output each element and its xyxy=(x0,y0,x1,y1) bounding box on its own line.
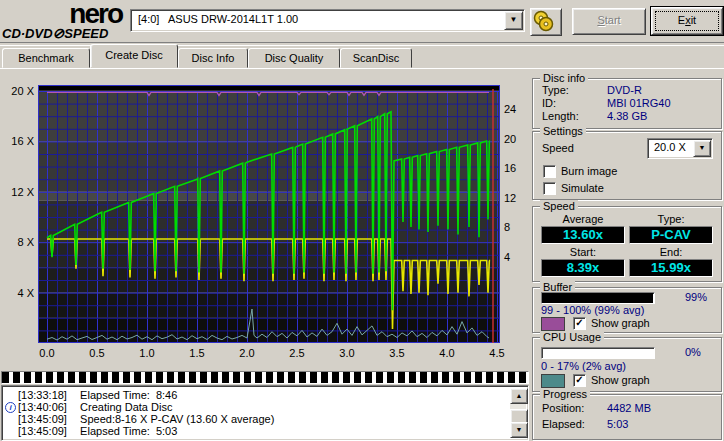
y-left-tick-20: 20 X xyxy=(2,85,34,97)
start-speed-display: 8.39x xyxy=(541,259,625,277)
logo-cddvd-text: CD·DVD xyxy=(2,26,53,41)
type-label: Type: xyxy=(629,213,713,225)
burn-image-checkbox[interactable] xyxy=(543,165,556,178)
cpu-percent: 0% xyxy=(685,346,701,358)
speed-select[interactable]: 20.0 X ▼ xyxy=(647,138,713,159)
tab-disc-info[interactable]: Disc Info xyxy=(178,48,248,68)
drive-select-value: [4:0] ASUS DRW-2014L1T 1.00 xyxy=(138,13,298,25)
simulate-checkbox[interactable] xyxy=(543,182,556,195)
buffer-level-bar xyxy=(541,292,655,304)
log-line: [13:45:09] Elapsed Time: 5:03 xyxy=(4,425,508,437)
log-message: Elapsed Time: 5:03 xyxy=(74,425,177,437)
cpu-show-graph-checkbox[interactable]: ✓ xyxy=(573,374,586,387)
cpu-level-bar xyxy=(541,347,655,359)
log-message: Creating Data Disc xyxy=(74,401,172,413)
x-tick-0.5: 0.5 xyxy=(85,347,109,359)
speed-group: Speed Average Type: 13.60x P-CAV Start: … xyxy=(532,206,722,282)
x-tick-4.0: 4.0 xyxy=(435,347,459,359)
discs-icon xyxy=(531,10,561,32)
y-left-tick-8: 8 X xyxy=(2,236,34,248)
write-speed-graph xyxy=(38,85,500,343)
status-log: [13:33:18] Elapsed Time: 8:46i[13:40:06]… xyxy=(1,385,529,441)
tab-benchmark[interactable]: Benchmark xyxy=(2,48,90,68)
nero-logo-text: nero xyxy=(2,1,128,27)
log-timestamp: [13:33:18] xyxy=(18,389,74,401)
end-speed-label: End: xyxy=(629,246,713,258)
status-log-lines: [13:33:18] Elapsed Time: 8:46i[13:40:06]… xyxy=(4,389,508,437)
cpu-range: 0 - 17% (2% avg) xyxy=(541,360,626,372)
progress-title: Progress xyxy=(540,388,590,401)
write-type-display: P-CAV xyxy=(629,226,713,244)
disc-length-label: Length: xyxy=(542,110,579,122)
cpu-usage-title: CPU Usage xyxy=(540,331,604,344)
cpu-show-graph-label: Show graph xyxy=(591,374,650,386)
speed-select-value: 20.0 X xyxy=(654,141,686,153)
position-label: Position: xyxy=(542,402,584,414)
y-right-tick-4: 4 xyxy=(504,251,524,263)
start-button[interactable]: Start xyxy=(572,8,646,35)
speed-group-title: Speed xyxy=(540,200,578,213)
speed-chart-plot xyxy=(38,85,500,343)
log-line: [13:33:18] Elapsed Time: 8:46 xyxy=(4,389,508,401)
x-tick-2.0: 2.0 xyxy=(235,347,259,359)
start-speed-label: Start: xyxy=(541,246,625,258)
disc-id-label: ID: xyxy=(542,97,556,109)
x-tick-3.5: 3.5 xyxy=(385,347,409,359)
log-timestamp: [13:40:06] xyxy=(18,401,74,413)
log-timestamp: [13:45:09] xyxy=(18,425,74,437)
simulate-label: Simulate xyxy=(561,182,604,194)
scroll-up-icon[interactable]: ▲ xyxy=(510,388,528,404)
log-message: Elapsed Time: 8:46 xyxy=(74,389,177,401)
log-scrollbar[interactable]: ▲ ▼ xyxy=(510,388,526,438)
buffer-color-swatch xyxy=(541,317,565,331)
x-tick-3.0: 3.0 xyxy=(335,347,359,359)
scroll-down-icon[interactable]: ▼ xyxy=(510,422,528,438)
end-speed-display: 15.99x xyxy=(629,259,713,277)
burn-tool-button[interactable] xyxy=(530,8,562,36)
x-tick-1.5: 1.5 xyxy=(185,347,209,359)
y-right-tick-24: 24 xyxy=(504,103,524,115)
disc-length-value: 4.38 GB xyxy=(607,110,647,122)
log-message: Speed:8-16 X P-CAV (13.60 X average) xyxy=(74,413,274,425)
activity-marquee xyxy=(1,371,529,384)
position-value: 4482 MB xyxy=(607,402,651,414)
speed-setting-label: Speed xyxy=(542,142,574,154)
disc-type-label: Type: xyxy=(542,84,569,96)
elapsed-value: 5:03 xyxy=(607,418,628,430)
y-right-tick-20: 20 xyxy=(504,133,524,145)
y-right-tick-12: 12 xyxy=(504,192,524,204)
y-right-tick-16: 16 xyxy=(504,162,524,174)
drive-select[interactable]: [4:0] ASUS DRW-2014L1T 1.00 ▼ xyxy=(130,9,525,32)
y-left-tick-16: 16 X xyxy=(2,135,34,147)
tab-pane-edge xyxy=(0,68,724,69)
tab-scandisc[interactable]: ScanDisc xyxy=(340,48,412,68)
average-speed-display: 13.60x xyxy=(541,226,625,244)
log-line: [13:45:09] Speed:8-16 X P-CAV (13.60 X a… xyxy=(4,413,508,425)
buffer-show-graph-label: Show graph xyxy=(591,317,650,329)
x-tick-1.0: 1.0 xyxy=(135,347,159,359)
cpu-color-swatch xyxy=(541,374,565,388)
x-tick-2.5: 2.5 xyxy=(285,347,309,359)
disc-type-value: DVD-R xyxy=(607,84,642,96)
tab-create-disc[interactable]: Create Disc xyxy=(90,44,178,68)
disc-info-group: Disc info Type: DVD-R ID: MBI 01RG40 Len… xyxy=(532,78,722,129)
average-label: Average xyxy=(541,213,625,225)
elapsed-label: Elapsed: xyxy=(542,418,585,430)
speed-select-arrow[interactable]: ▼ xyxy=(693,140,711,157)
buffer-group: Buffer 99% 99 - 100% (99% avg) ✓ Show gr… xyxy=(532,287,722,333)
logo-speed-text: SPEED xyxy=(64,26,108,41)
settings-title: Settings xyxy=(540,125,586,138)
settings-group: Settings Speed 20.0 X ▼ Burn image Simul… xyxy=(532,131,722,200)
nero-cd-dvd-speed-window: nero CD·DVD⊘SPEED [4:0] ASUS DRW-2014L1T… xyxy=(0,0,724,441)
y-left-tick-12: 12 X xyxy=(2,186,34,198)
progress-group: Progress Position: 4482 MB Elapsed: 5:03 xyxy=(532,394,722,440)
drive-select-arrow[interactable]: ▼ xyxy=(504,11,523,30)
buffer-show-graph-checkbox[interactable]: ✓ xyxy=(573,317,586,330)
y-left-tick-4: 4 X xyxy=(2,287,34,299)
buffer-percent: 99% xyxy=(685,291,707,303)
y-right-tick-8: 8 xyxy=(504,221,524,233)
exit-button[interactable]: Exit xyxy=(651,7,723,35)
disc-id-value: MBI 01RG40 xyxy=(607,97,671,109)
log-line: i[13:40:06] Creating Data Disc xyxy=(4,401,508,413)
tab-disc-quality[interactable]: Disc Quality xyxy=(248,48,340,68)
